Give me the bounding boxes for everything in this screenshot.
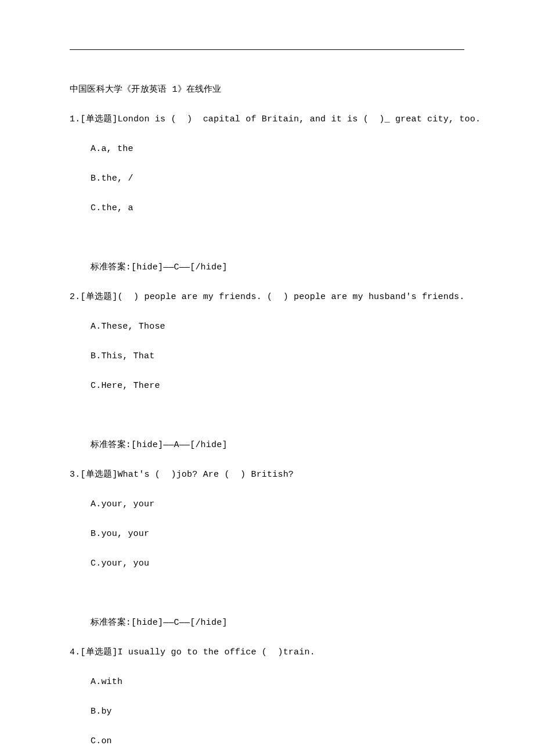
option-b: B.you, your	[70, 527, 464, 542]
question-stem: 2.[单选题]( ) people are my friends. ( ) pe…	[70, 290, 464, 305]
blank-line	[70, 408, 464, 423]
q-num: 4	[70, 647, 75, 657]
q-type: [单选题]	[80, 292, 117, 302]
page-title: 中国医科大学《开放英语 1》在线作业	[70, 82, 464, 98]
option-a: A.a, the	[70, 142, 464, 157]
option-b: B.the, /	[70, 171, 464, 186]
question-stem: 1.[单选题]London is ( ) capital of Britain,…	[70, 112, 464, 127]
document-body: 中国医科大学《开放英语 1》在线作业 1.[单选题]London is ( ) …	[70, 67, 464, 756]
document-page: 中国医科大学《开放英语 1》在线作业 1.[单选题]London is ( ) …	[0, 0, 534, 756]
q-text: ( ) people are my friends. ( ) people ar…	[117, 292, 464, 302]
q-text: London is ( ) capital of Britain, and it…	[117, 114, 481, 124]
q-text: I usually go to the office ( )train.	[117, 647, 315, 657]
answer-line: 标准答案:[hide]——C——[/hide]	[70, 260, 464, 275]
q-num: 2	[70, 292, 75, 302]
option-c: C.your, you	[70, 556, 464, 571]
answer-line: 标准答案:[hide]——A——[/hide]	[70, 438, 464, 453]
q-type: [单选题]	[80, 114, 117, 124]
q-num: 3	[70, 470, 75, 480]
q-type: [单选题]	[80, 647, 117, 657]
option-b: B.This, That	[70, 349, 464, 364]
horizontal-rule	[70, 49, 464, 50]
option-a: A.These, Those	[70, 319, 464, 334]
blank-line	[70, 586, 464, 601]
q-num: 1	[70, 114, 75, 124]
option-c: C.the, a	[70, 201, 464, 216]
question-stem: 4.[单选题]I usually go to the office ( )tra…	[70, 645, 464, 660]
option-c: C.Here, There	[70, 379, 464, 394]
option-c: C.on	[70, 734, 464, 749]
q-text: What's ( )job? Are ( ) British?	[117, 470, 294, 480]
q-type: [单选题]	[80, 470, 117, 480]
option-a: A.your, your	[70, 497, 464, 512]
option-a: A.with	[70, 675, 464, 690]
question-stem: 3.[单选题]What's ( )job? Are ( ) British?	[70, 467, 464, 483]
answer-line: 标准答案:[hide]——C——[/hide]	[70, 615, 464, 631]
blank-line	[70, 231, 464, 246]
option-b: B.by	[70, 704, 464, 719]
